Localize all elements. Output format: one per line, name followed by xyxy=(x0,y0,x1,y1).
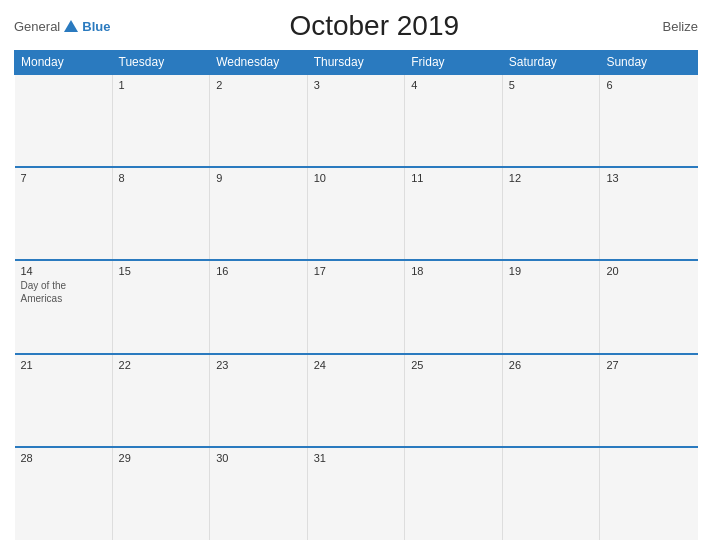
day-number: 2 xyxy=(216,79,301,91)
day-number: 1 xyxy=(119,79,204,91)
calendar-cell: 30 xyxy=(210,447,308,540)
logo-triangle-icon xyxy=(64,20,78,32)
calendar-week-row: 28293031 xyxy=(15,447,698,540)
calendar-cell: 24 xyxy=(307,354,405,447)
calendar-cell: 2 xyxy=(210,74,308,167)
calendar-cell: 21 xyxy=(15,354,113,447)
day-number: 12 xyxy=(509,172,594,184)
day-number: 4 xyxy=(411,79,496,91)
calendar-week-row: 123456 xyxy=(15,74,698,167)
calendar-cell: 8 xyxy=(112,167,210,260)
calendar-week-row: 14Day of the Americas151617181920 xyxy=(15,260,698,353)
header: General Blue October 2019 Belize xyxy=(14,10,698,42)
weekday-header-sunday: Sunday xyxy=(600,51,698,75)
weekday-header-friday: Friday xyxy=(405,51,503,75)
calendar-cell: 9 xyxy=(210,167,308,260)
weekday-header-saturday: Saturday xyxy=(502,51,600,75)
calendar-cell: 28 xyxy=(15,447,113,540)
day-number: 15 xyxy=(119,265,204,277)
calendar-cell: 4 xyxy=(405,74,503,167)
day-number: 29 xyxy=(119,452,204,464)
calendar-cell: 27 xyxy=(600,354,698,447)
calendar-cell: 3 xyxy=(307,74,405,167)
calendar-title: October 2019 xyxy=(110,10,638,42)
day-number: 20 xyxy=(606,265,691,277)
calendar-table: MondayTuesdayWednesdayThursdayFridaySatu… xyxy=(14,50,698,540)
calendar-cell: 12 xyxy=(502,167,600,260)
calendar-cell xyxy=(502,447,600,540)
calendar-week-row: 21222324252627 xyxy=(15,354,698,447)
event-label: Day of the Americas xyxy=(21,279,106,305)
day-number: 18 xyxy=(411,265,496,277)
calendar-cell: 29 xyxy=(112,447,210,540)
day-number: 14 xyxy=(21,265,106,277)
calendar-cell: 22 xyxy=(112,354,210,447)
calendar-cell xyxy=(15,74,113,167)
day-number: 28 xyxy=(21,452,106,464)
day-number: 16 xyxy=(216,265,301,277)
day-number: 17 xyxy=(314,265,399,277)
weekday-header-row: MondayTuesdayWednesdayThursdayFridaySatu… xyxy=(15,51,698,75)
calendar-cell: 15 xyxy=(112,260,210,353)
day-number: 26 xyxy=(509,359,594,371)
day-number: 10 xyxy=(314,172,399,184)
calendar-cell: 18 xyxy=(405,260,503,353)
day-number: 9 xyxy=(216,172,301,184)
country-label: Belize xyxy=(638,19,698,34)
day-number: 5 xyxy=(509,79,594,91)
day-number: 24 xyxy=(314,359,399,371)
calendar-cell: 16 xyxy=(210,260,308,353)
logo-general-text: General xyxy=(14,19,60,34)
calendar-cell: 19 xyxy=(502,260,600,353)
day-number: 19 xyxy=(509,265,594,277)
calendar-cell: 23 xyxy=(210,354,308,447)
day-number: 22 xyxy=(119,359,204,371)
calendar-cell: 11 xyxy=(405,167,503,260)
calendar-page: General Blue October 2019 Belize MondayT… xyxy=(0,0,712,550)
weekday-header-monday: Monday xyxy=(15,51,113,75)
calendar-cell xyxy=(600,447,698,540)
calendar-cell xyxy=(405,447,503,540)
day-number: 3 xyxy=(314,79,399,91)
calendar-cell: 17 xyxy=(307,260,405,353)
calendar-cell: 20 xyxy=(600,260,698,353)
day-number: 7 xyxy=(21,172,106,184)
calendar-cell: 5 xyxy=(502,74,600,167)
day-number: 31 xyxy=(314,452,399,464)
logo-blue-text: Blue xyxy=(82,19,110,34)
calendar-cell: 1 xyxy=(112,74,210,167)
calendar-cell: 25 xyxy=(405,354,503,447)
calendar-cell: 6 xyxy=(600,74,698,167)
weekday-header-tuesday: Tuesday xyxy=(112,51,210,75)
calendar-cell: 26 xyxy=(502,354,600,447)
day-number: 13 xyxy=(606,172,691,184)
day-number: 21 xyxy=(21,359,106,371)
calendar-cell: 7 xyxy=(15,167,113,260)
calendar-week-row: 78910111213 xyxy=(15,167,698,260)
day-number: 25 xyxy=(411,359,496,371)
day-number: 8 xyxy=(119,172,204,184)
day-number: 23 xyxy=(216,359,301,371)
weekday-header-thursday: Thursday xyxy=(307,51,405,75)
day-number: 11 xyxy=(411,172,496,184)
calendar-cell: 31 xyxy=(307,447,405,540)
weekday-header-wednesday: Wednesday xyxy=(210,51,308,75)
calendar-cell: 10 xyxy=(307,167,405,260)
day-number: 27 xyxy=(606,359,691,371)
logo: General Blue xyxy=(14,17,110,35)
calendar-cell: 14Day of the Americas xyxy=(15,260,113,353)
day-number: 6 xyxy=(606,79,691,91)
day-number: 30 xyxy=(216,452,301,464)
calendar-cell: 13 xyxy=(600,167,698,260)
